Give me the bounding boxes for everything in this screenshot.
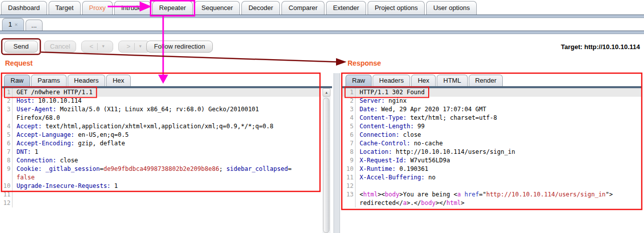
line-number: 1 <box>2 88 11 97</box>
request-editor[interactable]: 1GET /n0where HTTP/1.12Host: 10.10.10.11… <box>2 88 319 233</box>
response-editor[interactable]: 1HTTP/1.1 302 Found2Server: nginx3Date: … <box>343 88 641 233</box>
code-row: 9Cookie: _gitlab_session=de9e9fbdbca4998… <box>2 165 319 173</box>
line-number: 10 <box>2 182 11 190</box>
code-row: 11 <box>2 190 319 199</box>
code-row: 6Connection: close <box>343 131 641 139</box>
line-number: 9 <box>2 165 11 173</box>
scrollbar-thumb[interactable] <box>323 98 330 233</box>
annotation-arrow-send-to-response <box>41 52 337 62</box>
request-tab-bar: RawParamsHeadersHex <box>4 75 131 86</box>
main-tab-intruder[interactable]: Intruder <box>114 1 151 15</box>
code-row: 7DNT: 1 <box>2 148 319 156</box>
code-row: redirected</a>.</body></html> <box>343 199 641 207</box>
code-row: 4Content-Type: text/html; charset=utf-8 <box>343 114 641 122</box>
main-tab-decoder[interactable]: Decoder <box>241 1 280 15</box>
next-response-button[interactable]: > ▼ <box>118 41 150 53</box>
line-number: 4 <box>2 122 11 131</box>
response-tab-bar: RawHeadersHexHTMLRender <box>346 75 503 86</box>
code-row: 3User-Agent: Mozilla/5.0 (X11; Linux x86… <box>2 105 319 114</box>
line-number: 12 <box>2 199 11 207</box>
previous-response-button[interactable]: < ▼ <box>81 41 113 53</box>
annotation-arrowhead-down <box>158 75 168 84</box>
tabbar-divider-band <box>0 15 644 18</box>
request-tab-headers[interactable]: Headers <box>68 75 105 86</box>
line-number: 11 <box>2 190 11 199</box>
scroll-up-icon[interactable]: ▲ <box>323 88 331 97</box>
code-row: 11X-Accel-Buffering: no <box>343 173 641 182</box>
line-number: 2 <box>2 97 11 105</box>
code-row: 8Location: http://10.10.10.114/users/sig… <box>343 148 641 156</box>
send-button[interactable]: Send <box>4 41 38 53</box>
chevron-down-icon[interactable]: ▼ <box>135 41 146 52</box>
main-tab-sequencer[interactable]: Sequencer <box>194 1 240 15</box>
request-tab-hex[interactable]: Hex <box>106 75 131 86</box>
session-tab-label: 1 <box>9 21 12 28</box>
cancel-button[interactable]: Cancel <box>44 41 76 53</box>
line-number: 9 <box>343 156 354 165</box>
response-tab-html[interactable]: HTML <box>437 75 467 86</box>
request-tab-raw[interactable]: Raw <box>4 75 30 86</box>
main-tab-proxy[interactable]: Proxy <box>82 1 113 15</box>
main-tab-user-options[interactable]: User options <box>426 1 477 15</box>
main-tab-comparer[interactable]: Comparer <box>281 1 325 15</box>
previous-arrow-label: < <box>86 41 98 52</box>
code-row: false <box>2 173 319 182</box>
line-number: 4 <box>343 114 354 122</box>
response-tab-headers[interactable]: Headers <box>373 75 410 86</box>
code-row: 7Cache-Control: no-cache <box>343 139 641 148</box>
code-row: 2Server: nginx <box>343 97 641 105</box>
code-row: 8Connection: close <box>2 156 319 165</box>
main-tab-project-options[interactable]: Project options <box>368 1 425 15</box>
target-url-label: Target: http://10.10.10.114 <box>561 43 640 51</box>
main-tab-dashboard[interactable]: Dashboard <box>1 1 47 15</box>
code-row: Firefox/68.0 <box>2 114 319 122</box>
code-row: 2Host: 10.10.10.114 <box>2 97 319 105</box>
code-row: 5Accept-Language: en-US,en;q=0.5 <box>2 131 319 139</box>
new-session-tab[interactable]: ... <box>26 20 43 31</box>
line-number: 13 <box>343 190 354 199</box>
code-row: 13<html><body>You are being <a href="htt… <box>343 190 641 199</box>
follow-redirection-button[interactable]: Follow redirection <box>146 41 213 53</box>
code-row: 12 <box>343 182 641 190</box>
code-row: 6Accept-Encoding: gzip, deflate <box>2 139 319 148</box>
code-row: 3Date: Wed, 29 Apr 2020 17:07:04 GMT <box>343 105 641 114</box>
code-row: 5Content-Length: 99 <box>343 122 641 131</box>
request-panel-title: Request <box>5 59 33 67</box>
request-tab-params[interactable]: Params <box>31 75 67 86</box>
next-arrow-label: > <box>123 41 135 52</box>
line-number: 8 <box>343 148 354 156</box>
line-number: 2 <box>343 97 354 105</box>
main-tab-repeater[interactable]: Repeater <box>152 1 193 15</box>
line-number <box>343 199 354 207</box>
line-number: 3 <box>343 105 354 114</box>
line-number: 7 <box>2 148 11 156</box>
line-number: 12 <box>343 182 354 190</box>
code-row: 9X-Request-Id: W7vut56LD9a <box>343 156 641 165</box>
request-scrollbar[interactable]: ▲ <box>323 88 331 233</box>
code-row: 12 <box>2 199 319 207</box>
panel-splitter[interactable] <box>334 73 340 233</box>
code-row: 4Accept: text/html,application/xhtml+xml… <box>2 122 319 131</box>
session-tabbar-divider-band <box>0 31 644 34</box>
line-number: 3 <box>2 105 11 114</box>
code-row: 1GET /n0where HTTP/1.1 <box>2 88 319 97</box>
chevron-down-icon[interactable]: ▼ <box>98 41 109 52</box>
main-tab-target[interactable]: Target <box>49 1 81 15</box>
main-tab-bar: DashboardTargetProxyIntruderRepeaterSequ… <box>1 1 477 15</box>
main-tab-extender[interactable]: Extender <box>326 1 366 15</box>
close-icon[interactable]: × <box>15 22 18 28</box>
code-row: 10Upgrade-Insecure-Requests: 1 <box>2 182 319 190</box>
annotation-arrowhead-response <box>336 58 347 66</box>
line-number <box>2 173 11 182</box>
line-number: 10 <box>343 165 354 173</box>
response-tab-raw[interactable]: Raw <box>346 75 372 86</box>
line-number: 5 <box>2 131 11 139</box>
line-number: 11 <box>343 173 354 182</box>
line-number: 1 <box>343 88 354 97</box>
repeater-session-tab-1[interactable]: 1× <box>2 18 24 31</box>
line-number: 6 <box>2 139 11 148</box>
line-number: 8 <box>2 156 11 165</box>
code-row: 10X-Runtime: 0.190361 <box>343 165 641 173</box>
response-tab-render[interactable]: Render <box>469 75 503 86</box>
response-tab-hex[interactable]: Hex <box>411 75 436 86</box>
